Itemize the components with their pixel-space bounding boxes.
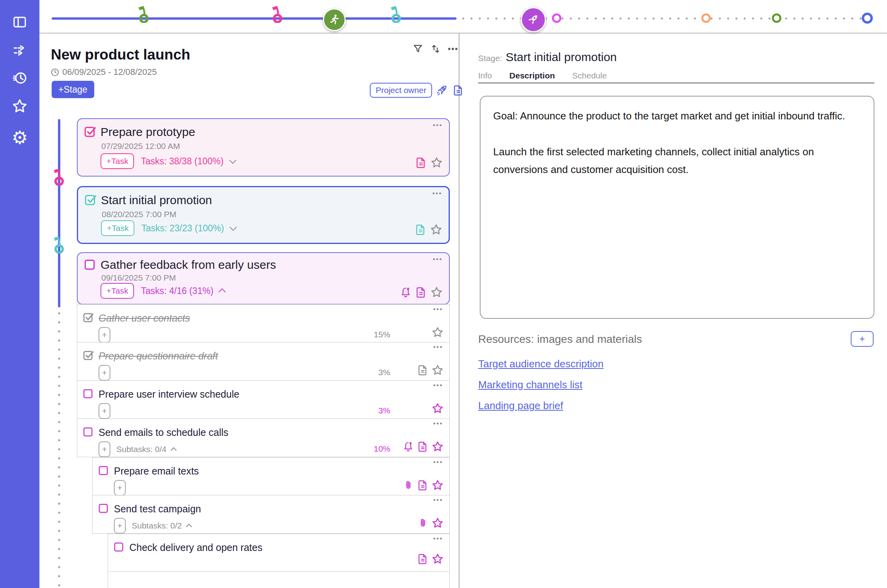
sidebar-routes-icon[interactable]: [12, 43, 27, 58]
sort-icon[interactable]: [430, 43, 441, 54]
task-checkbox-unchecked[interactable]: [114, 541, 125, 552]
stage-menu-icon[interactable]: •••: [433, 121, 443, 129]
add-task-button[interactable]: +Task: [101, 220, 134, 236]
add-task-button[interactable]: +Task: [101, 283, 134, 299]
timeline-flag-marker-teal[interactable]: [389, 5, 403, 23]
task-menu-icon[interactable]: •••: [433, 420, 443, 428]
stage-description-field[interactable]: Goal: Announce the product to the target…: [480, 96, 874, 319]
timeline-flag-marker-green[interactable]: [137, 5, 151, 23]
project-notes-icon[interactable]: [453, 85, 464, 96]
stage-tasks-summary[interactable]: Tasks: 4/16 (31%): [141, 286, 213, 296]
add-subtask-button[interactable]: +: [99, 365, 110, 381]
chevron-down-icon[interactable]: [229, 156, 236, 164]
task-menu-icon[interactable]: •••: [433, 305, 443, 313]
add-subtask-button[interactable]: +: [114, 518, 126, 534]
stage-card-prepare-prototype[interactable]: ••• Prepare prototype 07/29/2025 12:00 A…: [77, 118, 450, 177]
task-notes-icon[interactable]: [417, 480, 429, 491]
stage-card-gather-feedback[interactable]: ••• Gather feedback from early users 09/…: [77, 252, 450, 305]
timeline-ring-marker-blue[interactable]: [862, 13, 873, 24]
task-checkbox-checked[interactable]: [83, 311, 94, 323]
task-notes-icon[interactable]: [417, 553, 429, 565]
timeline-rocket-badge[interactable]: [521, 7, 546, 32]
stage-star-icon[interactable]: [430, 286, 443, 298]
subtask-row[interactable]: Prepare email texts ••• +: [92, 457, 450, 495]
add-subtask-button[interactable]: +: [99, 403, 110, 419]
task-menu-icon[interactable]: •••: [433, 535, 443, 543]
sidebar-history-icon[interactable]: [12, 70, 28, 86]
project-owner-chip[interactable]: Project owner: [370, 83, 432, 98]
sidebar-settings-icon[interactable]: ⚙: [11, 128, 28, 147]
subtask-row-partial[interactable]: [108, 572, 450, 588]
add-subtask-button[interactable]: +: [114, 480, 126, 496]
sidebar-panel-toggle-icon[interactable]: [12, 15, 27, 30]
add-resource-button[interactable]: +: [851, 331, 874, 347]
stage-checkbox-unchecked[interactable]: [84, 258, 97, 270]
task-checkbox-unchecked[interactable]: [98, 464, 110, 476]
timeline-ring-marker-magenta[interactable]: [552, 13, 561, 23]
task-row[interactable]: Gather user contacts ••• + 15%: [77, 304, 450, 342]
stage-checkbox-checked[interactable]: [84, 193, 97, 206]
project-more-menu-icon[interactable]: •••: [448, 45, 458, 54]
task-star-icon[interactable]: [432, 402, 443, 414]
task-notes-icon[interactable]: [417, 441, 429, 452]
stage-menu-icon[interactable]: •••: [433, 255, 443, 263]
tab-schedule[interactable]: Schedule: [572, 71, 607, 80]
task-row[interactable]: Prepare user interview schedule ••• + 3%: [77, 381, 450, 419]
task-star-icon[interactable]: [432, 326, 443, 338]
stage-tasks-summary[interactable]: Tasks: 38/38 (100%): [141, 156, 224, 167]
add-subtask-button[interactable]: +: [99, 327, 110, 343]
task-star-icon[interactable]: [432, 441, 443, 452]
add-stage-button[interactable]: +Stage: [52, 81, 94, 98]
stage-star-icon[interactable]: [430, 156, 443, 169]
chevron-up-icon[interactable]: [171, 447, 177, 453]
task-star-icon[interactable]: [432, 553, 443, 565]
stage-notes-icon[interactable]: [415, 157, 427, 169]
task-checkbox-unchecked[interactable]: [83, 426, 94, 437]
timeline-ring-marker-orange[interactable]: [701, 13, 711, 23]
task-checkbox-unchecked[interactable]: [83, 387, 94, 399]
task-notes-icon[interactable]: [417, 365, 429, 376]
task-reminder-icon[interactable]: [403, 441, 414, 452]
task-menu-icon[interactable]: •••: [433, 496, 443, 504]
tab-info[interactable]: Info: [478, 71, 492, 80]
task-menu-icon[interactable]: •••: [433, 343, 443, 351]
stage-card-start-initial-promotion[interactable]: ••• Start initial promotion 08/20/2025 7…: [77, 186, 450, 244]
task-checkbox-checked[interactable]: [83, 349, 94, 361]
task-star-icon[interactable]: [432, 517, 443, 529]
stage-datetime: 07/29/2025 12:00 AM: [101, 141, 180, 151]
chevron-up-icon[interactable]: [218, 288, 225, 295]
task-star-icon[interactable]: [432, 364, 443, 376]
stage-notes-icon[interactable]: [415, 287, 427, 298]
task-title: Send emails to schedule calls: [99, 427, 228, 438]
tab-description[interactable]: Description: [509, 71, 555, 80]
stage-reminder-icon[interactable]: [400, 287, 412, 298]
task-menu-icon[interactable]: •••: [433, 458, 443, 466]
task-attachment-icon[interactable]: [403, 480, 414, 491]
timeline-runner-badge[interactable]: [323, 8, 346, 31]
resource-link-landing-page[interactable]: Landing page brief: [478, 400, 604, 412]
sidebar-favorites-icon[interactable]: [12, 98, 28, 114]
stage-notes-icon[interactable]: [415, 224, 427, 236]
task-row[interactable]: Send emails to schedule calls ••• + Subt…: [77, 419, 450, 457]
task-row[interactable]: Prepare questionnaire draft ••• + 3%: [77, 342, 450, 381]
task-star-icon[interactable]: [432, 479, 443, 491]
task-attachment-icon[interactable]: [417, 517, 429, 528]
rocket-icon[interactable]: [436, 84, 449, 97]
resource-link-target-audience[interactable]: Target audience description: [478, 358, 604, 370]
stage-star-icon[interactable]: [430, 223, 442, 236]
timeline-ring-marker-green[interactable]: [772, 13, 781, 23]
stage-menu-icon[interactable]: •••: [432, 190, 442, 197]
task-checkbox-unchecked[interactable]: [98, 502, 110, 514]
add-task-button[interactable]: +Task: [101, 153, 134, 169]
filter-icon[interactable]: [412, 43, 423, 54]
stage-checkbox-checked[interactable]: [84, 125, 97, 138]
subtask-row[interactable]: Check delivery and open rates •••: [108, 534, 450, 572]
add-subtask-button[interactable]: +: [99, 441, 110, 457]
task-menu-icon[interactable]: •••: [433, 381, 443, 389]
chevron-up-icon[interactable]: [186, 523, 192, 530]
subtask-row[interactable]: Send test campaign ••• + Subtasks: 0/2: [92, 495, 450, 534]
stage-tasks-summary[interactable]: Tasks: 23/23 (100%): [141, 223, 224, 234]
timeline-flag-marker-pink[interactable]: [271, 5, 284, 23]
chevron-down-icon[interactable]: [229, 223, 237, 231]
resource-link-marketing-channels[interactable]: Marketing channels list: [478, 379, 604, 391]
